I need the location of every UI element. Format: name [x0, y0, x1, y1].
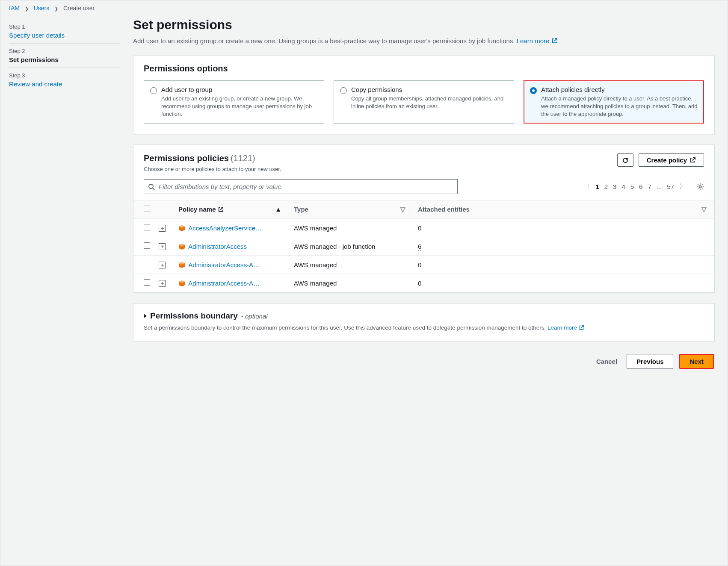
- table-row: ＋ AccessAnalyzerService… AWS managed 0: [133, 219, 714, 237]
- option-attach-policies-directly[interactable]: Attach policies directly Attach a manage…: [524, 80, 704, 124]
- policy-cube-icon: [178, 262, 185, 268]
- expand-icon[interactable]: ＋: [159, 262, 166, 268]
- expand-icon[interactable]: ＋: [159, 280, 166, 287]
- page-ellipsis: ...: [657, 183, 662, 190]
- policies-subtitle: Choose one or more policies to attach to…: [144, 166, 281, 172]
- step-title: Set permissions: [9, 56, 120, 63]
- policy-entities: 0: [414, 256, 714, 274]
- policy-type: AWS managed: [290, 274, 414, 292]
- expand-icon[interactable]: ＋: [159, 225, 166, 232]
- policy-cube-icon: [178, 244, 185, 250]
- svg-point-2: [699, 186, 701, 188]
- learn-more-link[interactable]: Learn more: [517, 37, 558, 44]
- step-title: Review and create: [9, 80, 120, 88]
- policies-table: Policy name ▲ Type ▽ Atta: [133, 200, 714, 292]
- chevron-right-icon: ❯: [25, 6, 29, 11]
- next-button[interactable]: Next: [679, 354, 714, 369]
- create-policy-button[interactable]: Create policy: [639, 153, 704, 167]
- svg-line-1: [153, 188, 154, 190]
- step-3[interactable]: Step 3 Review and create: [9, 68, 120, 92]
- breadcrumb: IAM ❯ Users ❯ Create user: [0, 0, 728, 13]
- page-description: Add user to an existing group or create …: [133, 36, 715, 46]
- column-policy-name[interactable]: Policy name ▲: [174, 200, 290, 219]
- page-next-icon[interactable]: 〉: [679, 183, 686, 191]
- page-number[interactable]: 57: [667, 183, 674, 190]
- policy-type: AWS managed: [290, 219, 414, 237]
- boundary-optional: - optional: [241, 312, 268, 320]
- column-attached-entities[interactable]: Attached entities ▽: [414, 200, 714, 219]
- expand-icon[interactable]: ＋: [159, 243, 166, 250]
- boundary-title: Permissions boundary: [150, 311, 238, 321]
- boundary-desc: Set a permissions boundary to control th…: [144, 324, 546, 331]
- option-title: Add user to group: [161, 86, 318, 93]
- previous-button[interactable]: Previous: [627, 354, 673, 369]
- cancel-button[interactable]: Cancel: [593, 354, 621, 368]
- permissions-options-title: Permissions options: [133, 56, 714, 76]
- column-type[interactable]: Type ▽: [290, 200, 414, 219]
- chevron-right-icon: ❯: [54, 6, 58, 11]
- row-checkbox[interactable]: [144, 261, 150, 267]
- option-copy-permissions[interactable]: Copy permissions Copy all group membersh…: [334, 80, 514, 124]
- policy-link[interactable]: AdministratorAccess-A…: [188, 261, 260, 268]
- gear-icon[interactable]: [696, 183, 704, 191]
- option-title: Attach policies directly: [541, 86, 698, 93]
- wizard-footer: Cancel Previous Next: [133, 351, 715, 373]
- divider: [691, 182, 691, 192]
- wizard-sidebar: Step 1 Specify user details Step 2 Set p…: [0, 13, 129, 382]
- page-number[interactable]: 4: [621, 183, 625, 190]
- external-link-icon: [218, 206, 224, 212]
- external-link-icon: [551, 38, 558, 44]
- refresh-icon: [622, 157, 629, 164]
- search-icon: [148, 183, 155, 190]
- policy-type: AWS managed - job function: [290, 237, 414, 256]
- table-row: ＋ AdministratorAccess AWS managed - job …: [133, 237, 714, 256]
- policy-link[interactable]: AdministratorAccess: [188, 243, 247, 250]
- sort-icon: ▽: [701, 206, 707, 213]
- sort-asc-icon: ▲: [275, 206, 281, 213]
- policy-cube-icon: [178, 225, 185, 231]
- row-checkbox[interactable]: [144, 242, 150, 249]
- policies-title: Permissions policies: [144, 153, 229, 163]
- table-row: ＋ AdministratorAccess-A… AWS managed 0: [133, 274, 714, 292]
- pagination: 〈 1 2 3 4 5 6 7 ... 57 〉: [584, 182, 704, 192]
- step-label: Step 2: [9, 48, 120, 54]
- select-all-checkbox[interactable]: [144, 206, 150, 212]
- boundary-learn-more-link[interactable]: Learn more: [547, 324, 584, 331]
- sort-icon: ▽: [400, 206, 405, 213]
- step-2[interactable]: Step 2 Set permissions: [9, 44, 120, 68]
- option-desc: Add user to an existing group, or create…: [161, 95, 318, 118]
- step-label: Step 3: [9, 72, 120, 79]
- policy-link[interactable]: AccessAnalyzerService…: [188, 224, 262, 232]
- breadcrumb-iam[interactable]: IAM: [9, 5, 20, 12]
- policy-link[interactable]: AdministratorAccess-A…: [188, 280, 260, 287]
- refresh-button[interactable]: [617, 153, 633, 167]
- policy-cube-icon: [178, 280, 185, 286]
- step-label: Step 1: [9, 24, 120, 30]
- option-add-to-group[interactable]: Add user to group Add user to an existin…: [144, 80, 324, 124]
- page-number[interactable]: 3: [613, 183, 616, 190]
- page-number[interactable]: 7: [648, 183, 651, 190]
- policy-entities: 0: [414, 274, 714, 292]
- step-1[interactable]: Step 1 Specify user details: [9, 19, 120, 44]
- filter-input[interactable]: [144, 179, 458, 194]
- row-checkbox[interactable]: [144, 224, 150, 230]
- breadcrumb-users[interactable]: Users: [34, 5, 50, 12]
- page-number[interactable]: 6: [639, 183, 642, 190]
- permissions-boundary-panel[interactable]: Permissions boundary - optional Set a pe…: [133, 303, 715, 341]
- permissions-options-panel: Permissions options Add user to group Ad…: [133, 56, 715, 135]
- permissions-policies-panel: Permissions policies (1121) Choose one o…: [133, 144, 715, 293]
- external-link-icon: [690, 157, 696, 163]
- page-number[interactable]: 5: [630, 183, 634, 190]
- page-number[interactable]: 1: [595, 183, 599, 190]
- page-prev-icon[interactable]: 〈: [584, 183, 590, 191]
- step-title: Specify user details: [9, 32, 120, 39]
- breadcrumb-current: Create user: [63, 5, 95, 12]
- policy-entities: 6: [414, 237, 714, 256]
- expand-triangle-icon: [144, 314, 147, 318]
- option-desc: Attach a managed policy directly to a us…: [541, 95, 698, 118]
- page-title: Set permissions: [133, 18, 715, 32]
- radio-icon: [340, 87, 347, 94]
- row-checkbox[interactable]: [144, 279, 150, 286]
- page-number[interactable]: 2: [604, 183, 608, 190]
- option-title: Copy permissions: [351, 86, 508, 93]
